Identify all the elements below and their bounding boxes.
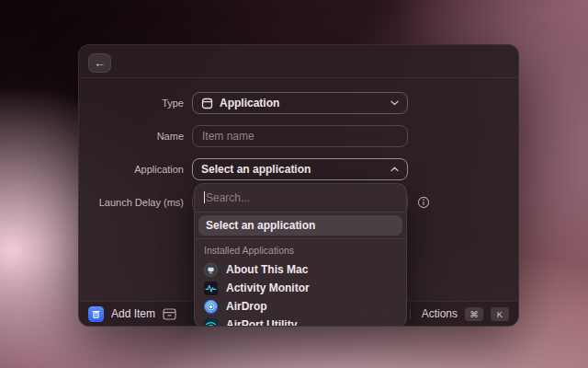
list-item-label: Activity Monitor [226, 282, 310, 294]
list-item-label: About This Mac [226, 263, 308, 276]
application-list: About This Mac Activity Monitor [195, 259, 406, 327]
section-header: Installed Applications [195, 239, 406, 259]
info-icon[interactable] [417, 196, 430, 209]
back-arrow-icon: ← [94, 56, 106, 70]
activity-monitor-icon [204, 282, 218, 295]
application-picker-panel: Select an application Installed Applicat… [194, 183, 407, 327]
name-input[interactable] [192, 125, 408, 147]
about-this-mac-icon [204, 263, 218, 277]
dialog-header: ← [79, 45, 518, 78]
option-select-an-application[interactable]: Select an application [198, 215, 402, 236]
list-item-label: AirDrop [226, 300, 267, 313]
application-dropdown[interactable]: Select an application [192, 158, 408, 180]
search-field[interactable] [195, 184, 406, 212]
search-input[interactable] [204, 191, 397, 204]
type-value: Application [220, 97, 384, 109]
list-item-about-this-mac[interactable]: About This Mac [195, 260, 406, 279]
chevron-down-icon [390, 100, 399, 106]
divider [195, 212, 406, 213]
form-row-application: Application Select an application [79, 158, 518, 180]
app-window-icon [201, 98, 213, 109]
footer-divider [410, 308, 411, 319]
launch-delay-label: Launch Delay (ms) [79, 191, 184, 213]
actions-button[interactable]: Actions [422, 307, 458, 320]
selected-option-label: Select an application [206, 219, 315, 232]
list-item-airport-utility[interactable]: AirPort Utility [195, 316, 406, 327]
application-value: Select an application [201, 163, 384, 176]
form-row-name: Name [79, 125, 518, 147]
chevron-up-icon [390, 167, 399, 172]
list-item-airdrop[interactable]: AirDrop [195, 297, 406, 316]
cmd-key: ⌘ [465, 307, 483, 321]
type-dropdown[interactable]: Application [192, 92, 408, 114]
application-label: Application [79, 158, 184, 180]
command-name: Add Item [111, 307, 155, 320]
list-item-activity-monitor[interactable]: Activity Monitor [195, 279, 406, 297]
list-item-label: AirPort Utility [226, 318, 297, 327]
name-label: Name [79, 125, 184, 147]
text-caret [204, 191, 205, 203]
form-row-type: Type Application [79, 92, 518, 114]
airport-utility-icon [204, 318, 218, 328]
archive-icon [163, 308, 176, 320]
k-key: K [491, 307, 509, 321]
airdrop-icon [204, 300, 218, 314]
back-button[interactable]: ← [88, 53, 111, 73]
add-item-dialog: ← Type Application Name Application Sele… [78, 44, 519, 327]
extension-icon [88, 306, 104, 322]
type-label: Type [79, 92, 184, 114]
